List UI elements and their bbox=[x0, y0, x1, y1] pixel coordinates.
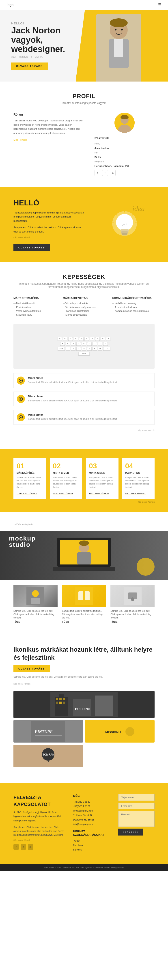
svg-rect-47 bbox=[63, 698, 65, 700]
contact-facebook-icon[interactable]: f bbox=[13, 844, 19, 850]
contact-instagram-icon[interactable]: in bbox=[28, 844, 33, 850]
kepesseg-col-3: KOMMUNIKÁCIÓS STRATÉGIA Verbális azonoss… bbox=[112, 297, 155, 317]
brand-grid: BUILDING FINTURE MISSIONIT bbox=[13, 691, 155, 767]
detail-age-label: Kor bbox=[95, 151, 155, 154]
steps-grid: 01 Márkaépítés Sample text. Click to sel… bbox=[13, 458, 155, 499]
detail-name-value: Jack Norton bbox=[95, 147, 109, 150]
portfolio-link-3[interactable]: TÖBB bbox=[111, 621, 155, 623]
key: K bbox=[98, 342, 102, 346]
kepesseg-col-1: MÁRKASTRATÉGIA Márkaérték-audit Pozicion… bbox=[13, 297, 56, 317]
key: I bbox=[95, 337, 100, 341]
step-btn-2[interactable]: TUDJ MEG TÖBBET bbox=[53, 493, 73, 495]
key: R bbox=[74, 337, 78, 341]
svg-rect-49 bbox=[59, 702, 62, 704]
brand-title: Ikonikus márkákat hozunk létre, állítunk… bbox=[13, 646, 155, 662]
contact-message-textarea[interactable] bbox=[118, 811, 155, 827]
key: W bbox=[63, 337, 67, 341]
hello-section: HELLÓ Tapasztalt tettleg Japánbadult iro… bbox=[0, 187, 168, 262]
contact-twitter-icon[interactable]: t bbox=[21, 844, 26, 850]
svg-point-22 bbox=[20, 380, 22, 381]
svg-rect-45 bbox=[56, 698, 58, 700]
skills-hint: Kép Innen: Fémpik bbox=[13, 429, 155, 431]
minta-item-3: Minta cimer Sample text. Click to select… bbox=[13, 410, 155, 425]
minta-text-2: Minta cimer Sample text. Click to select… bbox=[28, 395, 117, 402]
key: Y bbox=[84, 337, 89, 341]
portfolio-sub-item-3: Sample text. Click to select the text bo… bbox=[111, 585, 155, 623]
portfolio-link-2[interactable]: TÖBB bbox=[62, 621, 106, 623]
key: O bbox=[101, 337, 105, 341]
svg-rect-50 bbox=[63, 702, 65, 704]
step-item-3: 03 Minta cimer Sample text. Click to sel… bbox=[86, 458, 119, 499]
portfolio-sub-items: Sample text. Click to select the text bo… bbox=[0, 585, 168, 623]
step-title-2: Minta cimer bbox=[53, 471, 79, 474]
step-item-1: 01 Márkaépítés Sample text. Click to sel… bbox=[13, 458, 46, 499]
hamburger-menu[interactable]: ☰ bbox=[158, 3, 161, 7]
hero-cta-button[interactable]: OLVASS TOVÁBB bbox=[11, 62, 48, 70]
key: A bbox=[60, 342, 65, 346]
contact-submit-button[interactable]: BEKÜLDÉS bbox=[118, 829, 143, 835]
hello-btn[interactable]: OLVASS TOVÁBB bbox=[13, 244, 50, 251]
key: X bbox=[71, 347, 76, 350]
key: G bbox=[82, 342, 86, 346]
step-text-3: Sample text. Click to select the text bo… bbox=[89, 476, 116, 489]
step-btn-3[interactable]: TUDJ MEG TÖBBET bbox=[89, 493, 109, 495]
profil-title: PROFIL bbox=[13, 93, 155, 100]
social-icons: f t in bbox=[95, 170, 155, 176]
contact-text2: Sample text. Click to select the text bo… bbox=[13, 826, 64, 837]
key: Q bbox=[57, 337, 62, 341]
brand-img-tomran: TOMRAN bbox=[13, 745, 83, 767]
step-btn-4[interactable]: TUDJ MEG TÖBBET bbox=[125, 493, 146, 495]
step-btn-1[interactable]: TUDJ MEG TÖBBET bbox=[17, 493, 37, 495]
keyboard-image: QWERTYUIOP ASDFGHJKL ShiftZXCVBNM⌫ Space bbox=[13, 324, 155, 369]
brand-sample-text: Sample text. Click to select the text bo… bbox=[13, 675, 155, 679]
keyboard-visual: QWERTYUIOP ASDFGHJKL ShiftZXCVBNM⌫ Space bbox=[13, 332, 155, 360]
portfolio-main-inner: mockup studio bbox=[0, 531, 168, 580]
contact-email-input[interactable] bbox=[118, 803, 155, 809]
details-title: Részletek bbox=[95, 137, 155, 140]
svg-rect-15 bbox=[122, 233, 127, 235]
svg-text:MISSIONIT: MISSIONIT bbox=[105, 730, 121, 734]
contact-form: BEKÜLDÉS bbox=[118, 794, 155, 853]
svg-text:BUILDING: BUILDING bbox=[75, 707, 90, 711]
key: U bbox=[90, 337, 94, 341]
portfolio-link-1[interactable]: TÖBB bbox=[13, 621, 57, 623]
step-text-2: Sample text. Click to select the text bo… bbox=[53, 476, 79, 489]
kepessegek-grid: MÁRKASTRATÉGIA Márkaérték-audit Pozicion… bbox=[13, 297, 155, 317]
list-item: A content felfedezése bbox=[112, 306, 155, 309]
portfolio-sub-img-2 bbox=[62, 585, 106, 607]
steps-section: 01 Márkaépítés Sample text. Click to sel… bbox=[0, 449, 168, 512]
key: Z bbox=[66, 347, 70, 350]
step-text-1: Sample text. Click to select the text bo… bbox=[17, 476, 43, 489]
svg-point-26 bbox=[20, 417, 22, 418]
detail-name-label: Névv bbox=[95, 142, 155, 145]
portfolio-sub-img-1 bbox=[13, 585, 57, 607]
list-item: Vizuális azonosság rendszer bbox=[63, 306, 105, 309]
service-2: Facebook bbox=[73, 843, 109, 847]
contact-name-input[interactable] bbox=[118, 794, 155, 801]
instagram-icon[interactable]: in bbox=[110, 170, 116, 176]
list-item: Stratégia Irány bbox=[13, 313, 56, 316]
facebook-icon[interactable]: f bbox=[95, 170, 100, 176]
svg-point-31 bbox=[79, 541, 89, 546]
profil-about: Rólam I am an all-round web developer. I… bbox=[13, 113, 86, 176]
step-text-4: Sample text. Click to select the text bo… bbox=[125, 476, 152, 489]
brand-btn[interactable]: OLVASS TOVÁBB bbox=[13, 665, 50, 672]
step-num-4: 04 bbox=[125, 462, 152, 470]
step-title-3: Minta cimer bbox=[89, 471, 116, 474]
svg-rect-37 bbox=[78, 591, 83, 600]
portfolio-sub-item-1: Sample text. Click to select the text bo… bbox=[13, 585, 57, 623]
svg-rect-53 bbox=[95, 695, 113, 716]
profile-photo bbox=[114, 113, 135, 133]
svg-point-12 bbox=[116, 214, 133, 231]
circle-decoration bbox=[136, 558, 155, 576]
contact-email2: info@company.com bbox=[73, 822, 109, 826]
kepesseg-col-2: MÁRKA IDENTITÁS Vizuális pozicionálás Vi… bbox=[63, 297, 105, 317]
list-item: Versenypiac áttekintés bbox=[13, 310, 56, 312]
hello-title: HELLÓ bbox=[13, 198, 86, 207]
brand-section: Ikonikus márkákat hozunk létre, állítunk… bbox=[0, 634, 168, 783]
twitter-icon[interactable]: t bbox=[102, 170, 108, 176]
minta-text-1: Minta cimer Sample text. Click to select… bbox=[28, 377, 117, 384]
spacebar-key: Space bbox=[78, 352, 90, 355]
profil-about-link[interactable]: Más Fémpik bbox=[13, 138, 27, 141]
steps-hint: Kép Innen: Fémpik bbox=[13, 501, 155, 503]
